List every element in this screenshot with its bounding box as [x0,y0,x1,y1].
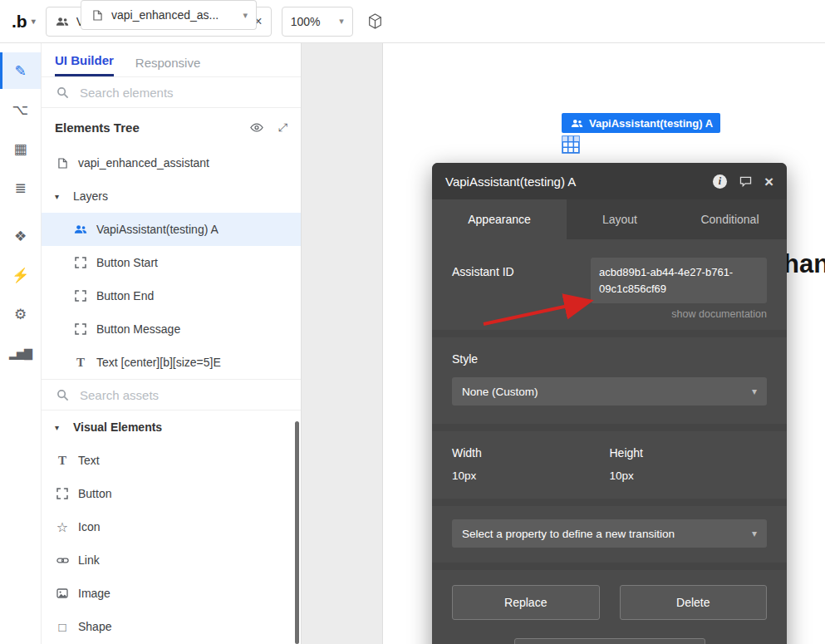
nav-settings[interactable]: ⚙ [0,296,41,332]
nav-data[interactable]: ≣ [0,170,41,206]
layer-label: Button Message [96,322,180,336]
comment-icon[interactable] [739,176,752,187]
layer-label: Button End [96,289,154,302]
tab-conditional[interactable]: Conditional [673,199,787,239]
nav-design[interactable]: ✎ [0,52,41,89]
info-icon[interactable]: i [713,175,727,189]
elements-tree-title: Elements Tree [55,120,243,135]
layer-label: Text [center][b][size=5]E [96,356,221,369]
height-label: Height [610,446,768,460]
nav-styles[interactable]: ❖ [0,218,41,254]
users-icon [73,224,88,234]
palette-item-label: Icon [78,520,100,533]
chart-icon: ▂▅▇ [9,347,32,360]
close-icon[interactable]: × [764,174,773,189]
layer-label: VapiAssistant(testing) A [96,223,219,236]
clipped-button[interactable] [514,638,705,644]
nav-plugins[interactable]: ⚡ [0,257,41,293]
palette-item-link[interactable]: Link [42,543,301,577]
clipped-section [432,635,787,644]
palette-item-shape[interactable]: □ Shape [42,610,301,643]
palette-item-image[interactable]: Image [42,577,301,610]
assistant-id-section: Assistant ID acbd89b1-ab44-4e27-b761-09c… [432,239,787,330]
section-divider [432,330,787,337]
palette-item-label: Button [78,487,111,500]
search-elements-box [42,76,301,108]
layer-item-button-message[interactable]: Button Message [42,312,301,346]
search-assets-input[interactable] [78,387,287,403]
layer-label: Button Start [96,256,158,269]
components-icon: ▦ [13,140,27,158]
table-element-icon[interactable] [562,135,580,154]
show-documentation-link[interactable]: show documentation [591,308,767,320]
visual-elements-toggle[interactable]: ▾ Visual Elements [42,410,301,444]
replace-button[interactable]: Replace [452,585,600,620]
left-nav-rail: ✎ ⌥ ▦ ≣ ❖ ⚡ ⚙ ▂▅▇ [0,43,42,644]
users-icon [569,119,584,128]
shape-icon: □ [55,620,70,634]
chevron-down-icon: ▾ [752,528,757,539]
assistant-id-input[interactable]: acbd89b1-ab44-4e27-b761-09c1c856cf69 [591,258,767,303]
layers-group-toggle[interactable]: ▾ Layers [42,179,301,213]
nav-components[interactable]: ▦ [0,130,41,167]
section-divider [432,499,787,506]
section-divider [432,563,787,570]
chevron-down-icon: ▾ [752,386,757,397]
property-editor-title: VapiAssistant(testing) A [445,175,700,189]
tab-responsive[interactable]: Responsive [135,56,200,76]
zoom-dropdown[interactable]: 100% ▾ [282,7,353,37]
component-library-icon[interactable] [368,13,382,29]
palette-item-icon[interactable]: ☆ Icon [42,510,301,543]
search-elements-input[interactable] [78,85,287,101]
nav-workflow[interactable]: ⌥ [0,91,41,128]
page-icon [90,10,105,21]
layer-item-vapiassistant[interactable]: VapiAssistant(testing) A [42,213,301,246]
panel-scrollbar[interactable] [295,421,299,644]
size-section: Width 10px Height 10px [432,431,787,499]
tab-layout[interactable]: Layout [567,199,673,239]
expand-panel-icon[interactable]: ⤢ [278,120,287,135]
chevron-down-icon: ▾ [32,17,36,26]
top-toolbar: .b ▾ vapi_enhanced_as... ▾ VapiAssistant… [0,0,825,43]
tree-root-element[interactable]: vapi_enhanced_assistant [42,146,301,179]
nav-logs[interactable]: ▂▅▇ [0,335,41,371]
tab-ui-builder[interactable]: UI Builder [55,53,114,76]
button-element-icon [73,257,88,268]
palette-item-button[interactable]: Button [42,477,301,510]
layer-item-button-start[interactable]: Button Start [42,246,301,279]
style-section: Style None (Custom) ▾ [432,337,787,424]
styles-icon: ❖ [14,228,27,245]
button-element-icon [73,323,88,335]
style-dropdown[interactable]: None (Custom) ▾ [452,377,767,406]
bubble-logo-menu[interactable]: .b ▾ [12,12,36,32]
search-icon [55,389,70,401]
caret-down-icon: ▾ [55,423,65,432]
delete-button[interactable]: Delete [620,585,768,620]
app-window: .b ▾ vapi_enhanced_as... ▾ VapiAssistant… [0,0,825,644]
page-selector-dropdown[interactable]: vapi_enhanced_as... ▾ [81,0,257,30]
layer-item-button-end[interactable]: Button End [42,279,301,312]
transition-dropdown[interactable]: Select a property to define a new transi… [452,519,767,548]
selected-element-tag[interactable]: VapiAssistant(testing) A [562,113,720,133]
palette-item-label: Image [78,587,110,600]
eye-icon[interactable] [250,123,263,132]
tree-root-label: vapi_enhanced_assistant [78,156,209,170]
palette-item-label: Text [78,454,100,467]
selected-element-label: VapiAssistant(testing) A [589,117,713,130]
width-value[interactable]: 10px [452,469,610,482]
users-icon [55,17,70,27]
property-editor-titlebar[interactable]: VapiAssistant(testing) A i × [432,163,787,199]
design-canvas: hanc VapiAssistant(testing) A VapiAssist… [302,43,825,644]
text-element-icon: T [73,356,88,370]
palette-item-text[interactable]: T Text [42,444,301,477]
layers-label: Layers [73,189,108,203]
image-icon [55,588,70,598]
elements-tree-header: Elements Tree ⤢ [42,108,301,146]
tab-appearance[interactable]: Appearance [432,199,567,239]
property-editor-tabs: Appearance Layout Conditional [432,199,787,239]
layer-item-text[interactable]: T Text [center][b][size=5]E [42,346,301,379]
link-icon [55,557,70,564]
page-icon [55,158,70,169]
height-value[interactable]: 10px [610,469,768,482]
search-assets-box [42,379,301,410]
